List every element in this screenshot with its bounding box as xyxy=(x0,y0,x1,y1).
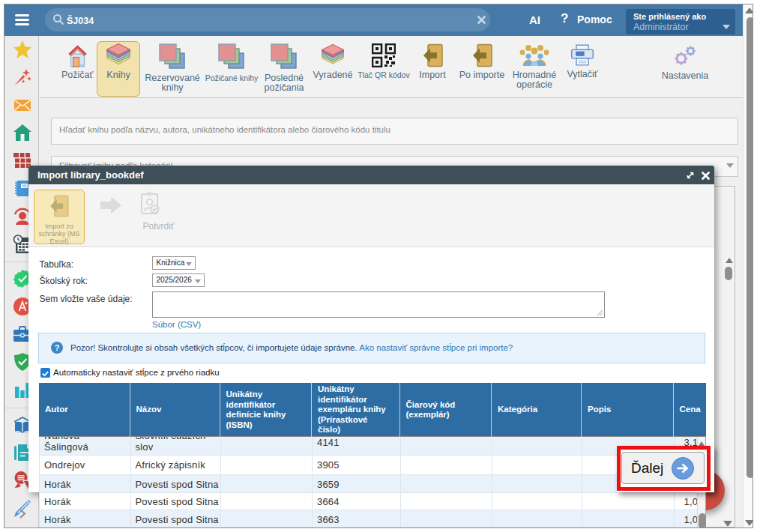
svg-text:?: ? xyxy=(55,343,60,352)
